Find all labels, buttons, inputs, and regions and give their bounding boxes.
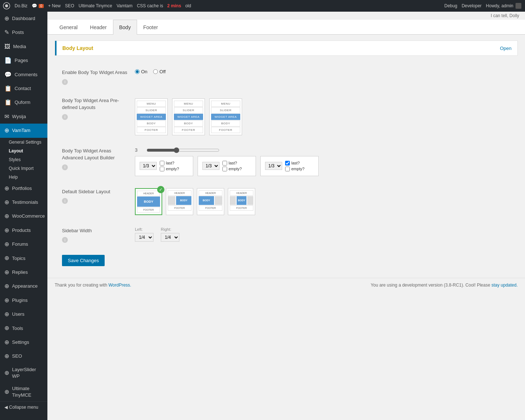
enable-body-radio-group: On Off bbox=[135, 69, 510, 74]
tab-general[interactable]: General bbox=[53, 20, 84, 35]
sidebar-width-label: Sidebar Width i bbox=[62, 227, 128, 243]
sidebar-item-quform[interactable]: 📋 Quform bbox=[0, 96, 47, 109]
sidebar-item-testimonials[interactable]: ⊕ Testimonials bbox=[0, 195, 47, 209]
col-last-2[interactable]: last? bbox=[222, 161, 242, 166]
col-last-check-3[interactable] bbox=[285, 161, 290, 166]
section-open-link[interactable]: Open bbox=[500, 46, 512, 51]
sidebar-item-media[interactable]: 🖼 Media bbox=[0, 40, 47, 54]
col-select-1[interactable]: 1/3 1/2 2/3 bbox=[140, 162, 157, 170]
admin-bar-comments[interactable]: 💬 0 bbox=[32, 3, 44, 8]
right-width-select[interactable]: 1/4 1/3 1/2 bbox=[161, 233, 179, 242]
media-icon: 🖼 bbox=[4, 43, 10, 51]
sidebar-item-comments[interactable]: 💬 Comments bbox=[0, 68, 47, 82]
col-last-1[interactable]: last? bbox=[160, 161, 179, 166]
col-empty-check-3[interactable] bbox=[285, 167, 290, 171]
tab-header[interactable]: Header bbox=[84, 20, 113, 35]
admin-bar-logo[interactable] bbox=[3, 2, 10, 9]
admin-bar-developer[interactable]: Developer bbox=[462, 3, 482, 8]
forums-icon: ⊕ bbox=[4, 240, 9, 248]
layout-thumb-2[interactable]: MENU SLIDER WIDGET AREA BODY FOOTER bbox=[172, 98, 205, 135]
save-button[interactable]: Save Changes bbox=[62, 255, 105, 266]
radio-on[interactable] bbox=[135, 69, 140, 74]
sidebar-layout-both[interactable]: HEADER BODY FOOTER bbox=[228, 188, 255, 215]
enable-body-widget-info[interactable]: i bbox=[62, 79, 68, 85]
sidebar: ⊕ Dashboard ✎ Posts 🖼 Media 📄 Pages 💬 Co… bbox=[0, 12, 47, 420]
sidebar-layout-left[interactable]: HEADER BODY FOOTER bbox=[166, 188, 193, 215]
admin-bar-seo[interactable]: SEO bbox=[65, 3, 74, 8]
sidebar-item-portfolios[interactable]: ⊕ Portfolios bbox=[0, 182, 47, 195]
users-icon: ⊕ bbox=[4, 310, 9, 318]
predefined-layouts-row: Body Top Widget Area Pre-defined Layouts… bbox=[55, 91, 518, 141]
lt3-menu: MENU bbox=[211, 101, 240, 107]
radio-off-label[interactable]: Off bbox=[153, 69, 166, 74]
sidebar-item-wysija[interactable]: ✉ Wysija bbox=[0, 110, 47, 124]
tab-body[interactable]: Body bbox=[113, 20, 137, 35]
sidebar-item-users[interactable]: ⊕ Users bbox=[0, 307, 47, 321]
sidebar-item-settings[interactable]: ⊕ Settings bbox=[0, 335, 47, 349]
layout-slider[interactable] bbox=[147, 147, 219, 153]
col-empty-check-2[interactable] bbox=[222, 167, 227, 171]
sidebar-sub-help[interactable]: Help bbox=[0, 173, 47, 182]
sidebar-sub-quickimport[interactable]: Quick Import bbox=[0, 164, 47, 173]
sidebar-item-products[interactable]: ⊕ Products bbox=[0, 223, 47, 237]
advanced-layout-row: Body Top Widget Areas Advanced Layout Bu… bbox=[55, 141, 518, 182]
sidebar-item-posts[interactable]: ✎ Posts bbox=[0, 26, 47, 39]
admin-bar-tinymce[interactable]: Ultimate Tinymce bbox=[79, 3, 112, 8]
admin-bar-new[interactable]: + New bbox=[48, 3, 61, 8]
sidebar-item-tools[interactable]: ⊕ Tools bbox=[0, 321, 47, 335]
sidebar-layout-right[interactable]: HEADER BODY FOOTER bbox=[197, 188, 224, 215]
sidebar-item-plugins[interactable]: ⊕ Plugins bbox=[0, 293, 47, 307]
left-width-select[interactable]: 1/4 1/3 1/2 bbox=[135, 233, 153, 242]
col-last-check-2[interactable] bbox=[222, 161, 227, 166]
sidebar-sub-general[interactable]: General Settings bbox=[0, 138, 47, 147]
svg-rect-2 bbox=[516, 3, 521, 9]
layout-thumb-3[interactable]: MENU SLIDER WIDGET AREA BODY FOOTER bbox=[209, 98, 242, 135]
woocommerce-icon: ⊕ bbox=[4, 212, 9, 220]
default-sidebar-info[interactable]: i bbox=[62, 198, 68, 204]
sidebar-item-dashboard[interactable]: ⊕ Dashboard bbox=[0, 12, 47, 26]
sidebar-item-seo[interactable]: ⊕ SEO bbox=[0, 349, 47, 363]
wordpress-link[interactable]: WordPress. bbox=[108, 283, 131, 288]
col-empty-1[interactable]: empty? bbox=[160, 167, 179, 171]
sidebar-sub-styles[interactable]: Styles bbox=[0, 155, 47, 164]
admin-bar-vamtam[interactable]: Vamtam bbox=[117, 3, 133, 8]
sidebar-item-woocommerce[interactable]: ⊕ WooCommerce bbox=[0, 209, 47, 223]
collapse-menu[interactable]: ◀ Collapse menu bbox=[0, 401, 47, 413]
stay-updated-link[interactable]: stay updated. bbox=[491, 283, 518, 288]
sidebar-item-layerslider[interactable]: ⊕ LayerSlider WP bbox=[0, 363, 47, 382]
sidebar-item-pages[interactable]: 📄 Pages bbox=[0, 54, 47, 67]
col-select-3[interactable]: 1/3 1/2 2/3 bbox=[265, 162, 282, 170]
lt3-slider: SLIDER bbox=[211, 107, 240, 113]
left-width-col: Left: 1/4 1/3 1/2 bbox=[135, 227, 153, 242]
predefined-layouts-info[interactable]: i bbox=[62, 114, 68, 120]
col-select-2[interactable]: 1/3 1/2 2/3 bbox=[202, 162, 219, 170]
col-empty-2[interactable]: empty? bbox=[222, 167, 242, 171]
sidebar-item-appearance[interactable]: ⊕ Appearance bbox=[0, 279, 47, 293]
admin-bar-debug[interactable]: Debug bbox=[444, 3, 457, 8]
topics-icon: ⊕ bbox=[4, 254, 9, 262]
sidebar-sub-layout[interactable]: Layout bbox=[0, 147, 47, 155]
testimonials-icon: ⊕ bbox=[4, 198, 9, 206]
col-empty-3[interactable]: empty? bbox=[285, 167, 304, 171]
radio-off[interactable] bbox=[153, 69, 158, 74]
admin-bar-howdy[interactable]: Howdy, admin bbox=[486, 2, 522, 9]
layout-thumb-1[interactable]: MENU SLIDER WIDGET AREA BODY FOOTER bbox=[135, 98, 168, 135]
sidebar-item-vamtam[interactable]: ⊕ VamTam bbox=[0, 124, 47, 137]
sidebar-item-forums[interactable]: ⊕ Forums bbox=[0, 237, 47, 251]
col-empty-check-1[interactable] bbox=[160, 167, 164, 171]
sidebar-width-info[interactable]: i bbox=[62, 237, 68, 243]
radio-on-label[interactable]: On bbox=[135, 69, 147, 74]
col-checks-2: last? empty? bbox=[222, 161, 242, 171]
col-last-check-1[interactable] bbox=[160, 161, 164, 166]
sidebar-item-ultimatetinymce[interactable]: ⊕ Ultimate TinyMCE bbox=[0, 382, 47, 401]
admin-bar-site[interactable]: Do.Biz bbox=[15, 3, 27, 8]
right-width-label: Right: bbox=[161, 227, 179, 232]
sidebar-item-topics[interactable]: ⊕ Topics bbox=[0, 251, 47, 265]
sidebar-item-replies[interactable]: ⊕ Replies bbox=[0, 265, 47, 279]
col-last-3[interactable]: last? bbox=[285, 161, 304, 166]
col-checks-1: last? empty? bbox=[160, 161, 179, 171]
tab-footer[interactable]: Footer bbox=[137, 20, 164, 35]
sidebar-item-contact[interactable]: 📋 Contact bbox=[0, 82, 47, 96]
sidebar-layout-full[interactable]: ✓ HEADER BODY FOOTER bbox=[135, 188, 162, 215]
advanced-layout-info[interactable]: i bbox=[62, 164, 68, 170]
